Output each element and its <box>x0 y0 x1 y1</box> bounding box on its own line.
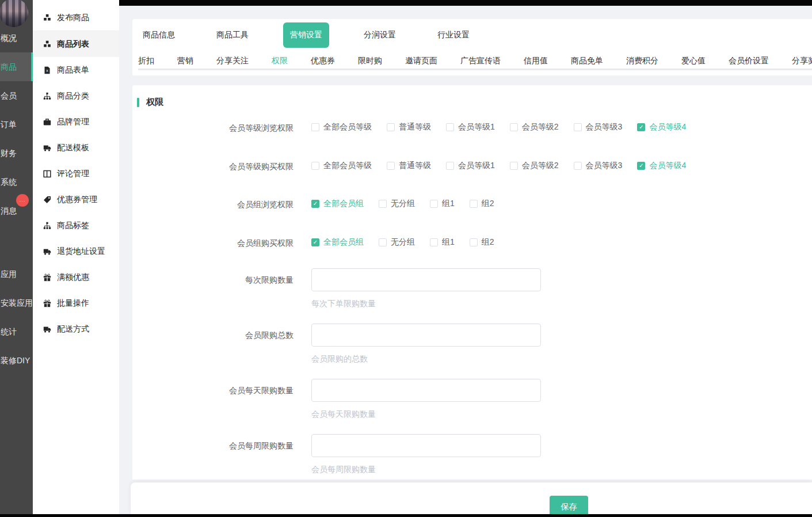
sub-tab[interactable]: 优惠券 <box>311 56 335 66</box>
checkbox[interactable]: 会员等级3 <box>574 161 623 171</box>
checkbox[interactable]: 无分组 <box>379 237 415 248</box>
checkbox[interactable]: ✓会员等级4 <box>637 122 686 132</box>
sub-tab[interactable]: 分享关注 <box>216 56 249 66</box>
menu-item[interactable]: 商品分类 <box>33 83 119 109</box>
message-badge: ... <box>16 194 29 207</box>
dark-nav-item[interactable]: 消息... <box>0 196 33 225</box>
checkbox[interactable]: 组2 <box>470 199 494 209</box>
checkbox[interactable]: 全部会员等级 <box>311 161 372 171</box>
checkbox[interactable]: 普通等级 <box>387 161 431 171</box>
dark-nav-item[interactable]: 系统 <box>0 168 33 196</box>
main-tab[interactable]: 分润设置 <box>343 19 417 51</box>
checkbox-box[interactable] <box>446 162 454 170</box>
main-tab-bar: 商品信息商品工具营销设置分润设置行业设置 <box>122 19 812 51</box>
dark-nav-item[interactable]: 商品 <box>0 52 33 81</box>
checkbox[interactable]: 组1 <box>430 237 455 248</box>
main-tab[interactable]: 营销设置 <box>269 19 343 51</box>
menu-item[interactable]: 配送方式 <box>33 316 119 342</box>
sub-tab[interactable]: 消费积分 <box>626 56 658 66</box>
sub-tab[interactable]: 邀请页面 <box>405 56 437 66</box>
checkbox[interactable]: 会员等级1 <box>446 161 495 171</box>
checkbox-box[interactable]: ✓ <box>311 238 319 246</box>
sub-tab[interactable]: 权限 <box>272 56 288 66</box>
checkbox[interactable]: 组2 <box>470 237 494 248</box>
dark-nav-item[interactable]: 订单 <box>0 110 33 139</box>
avatar[interactable] <box>0 0 28 27</box>
menu-item[interactable]: 发布商品 <box>33 5 119 31</box>
dark-nav-item[interactable]: 财务 <box>0 139 33 168</box>
form-row: 每次限购数量每次下单限购数量 <box>132 268 812 309</box>
checkbox-box[interactable]: ✓ <box>311 200 319 208</box>
menu-item[interactable]: x商品表单 <box>33 57 119 83</box>
checkbox[interactable]: 会员等级1 <box>446 122 495 132</box>
menu-item-label: 商品列表 <box>57 39 89 50</box>
dark-nav-item[interactable]: 安装应用 <box>0 288 33 317</box>
sub-tab[interactable]: 商品免单 <box>571 56 603 66</box>
checkbox[interactable]: ✓会员等级4 <box>637 161 686 171</box>
dark-nav-item[interactable]: 会员 <box>0 81 33 110</box>
checkbox-box[interactable] <box>470 238 478 246</box>
dark-nav-item[interactable]: 统计 <box>0 317 33 346</box>
checkbox[interactable]: 全部会员等级 <box>311 122 372 132</box>
checkbox-box[interactable] <box>446 123 454 131</box>
checkbox-box[interactable] <box>470 200 478 208</box>
checkbox-box[interactable] <box>430 200 438 208</box>
checkbox-label: 全部会员组 <box>323 199 364 209</box>
form-row-label: 会员限购总数 <box>132 324 293 347</box>
main-tab[interactable]: 商品工具 <box>196 19 269 51</box>
sub-tab[interactable]: 会员价设置 <box>729 56 769 66</box>
sub-tab[interactable]: 限时购 <box>358 56 382 66</box>
checkbox[interactable]: 会员等级3 <box>574 122 623 132</box>
checkbox[interactable]: ✓全部会员组 <box>311 199 364 209</box>
checkbox-box[interactable] <box>430 238 438 246</box>
main-tab[interactable]: 商品信息 <box>122 19 196 51</box>
menu-item[interactable]: 批量操作 <box>33 290 119 316</box>
checkbox-box[interactable] <box>510 123 518 131</box>
checkbox-box[interactable] <box>574 123 582 131</box>
main-area: 商品信息商品工具营销设置分润设置行业设置 折扣营销分享关注权限优惠券限时购邀请页… <box>119 0 812 517</box>
limit-input[interactable] <box>311 324 541 347</box>
checkbox-box[interactable] <box>510 162 518 170</box>
limit-input[interactable] <box>311 434 541 457</box>
checkbox-box[interactable]: ✓ <box>637 162 645 170</box>
checkbox-box[interactable] <box>387 123 395 131</box>
checkbox[interactable]: ✓全部会员组 <box>311 237 364 248</box>
menu-item[interactable]: 配送模板 <box>33 135 119 161</box>
checkbox-box[interactable]: ✓ <box>637 123 645 131</box>
checkbox[interactable]: 组1 <box>430 199 455 209</box>
checkbox[interactable]: 会员等级2 <box>510 122 559 132</box>
menu-item[interactable]: 退货地址设置 <box>33 238 119 264</box>
menu-item[interactable]: 满额优惠 <box>33 264 119 290</box>
checkbox[interactable]: 无分组 <box>379 199 415 209</box>
menu-item[interactable]: 品牌管理 <box>33 109 119 135</box>
dark-nav-item-label: 消息 <box>1 206 17 215</box>
checkbox-box[interactable] <box>311 162 319 170</box>
limit-input[interactable] <box>311 379 541 402</box>
checkbox-group: 全部会员等级普通等级会员等级1会员等级2会员等级3✓会员等级4 <box>311 122 686 132</box>
checkbox[interactable]: 会员等级2 <box>510 161 559 171</box>
checkbox-box[interactable] <box>387 162 395 170</box>
sub-tab[interactable]: 分享奖 <box>792 56 812 66</box>
checkbox-box[interactable] <box>311 123 319 131</box>
sub-tab[interactable]: 折扣 <box>138 56 154 66</box>
menu-item[interactable]: 评论管理 <box>33 161 119 187</box>
checkbox-box[interactable] <box>574 162 582 170</box>
checkbox-label: 会员等级2 <box>522 122 559 132</box>
dark-nav-item[interactable]: 概况 <box>0 24 33 52</box>
sub-tab[interactable]: 爱心值 <box>681 56 706 66</box>
sub-tab[interactable]: 信用值 <box>524 56 548 66</box>
checkbox-box[interactable] <box>379 200 387 208</box>
limit-input[interactable] <box>311 268 541 291</box>
main-tab[interactable]: 行业设置 <box>417 19 490 51</box>
sub-tab[interactable]: 广告宣传语 <box>460 56 501 66</box>
menu-item[interactable]: 商品列表 <box>33 31 119 57</box>
checkbox-box[interactable] <box>379 238 387 246</box>
menu-item[interactable]: 优惠券管理 <box>33 187 119 212</box>
sub-tab[interactable]: 营销 <box>177 56 193 66</box>
main-tab-label: 行业设置 <box>437 30 470 40</box>
checkbox[interactable]: 普通等级 <box>387 122 431 132</box>
dark-nav-item[interactable]: 应用 <box>0 260 33 288</box>
dark-nav-item[interactable]: 装修DIY <box>0 346 33 375</box>
menu-item[interactable]: 商品标签 <box>33 212 119 238</box>
dark-nav-item-label: 商品 <box>1 62 17 71</box>
